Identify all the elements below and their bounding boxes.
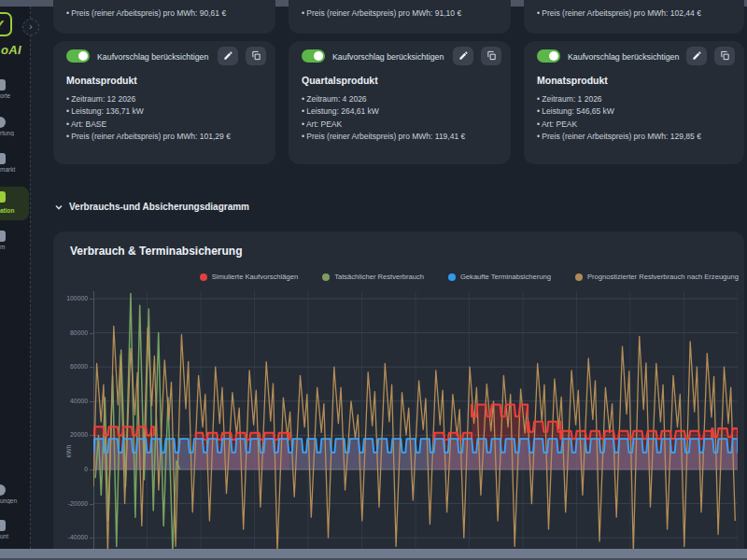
product-card: Kaufvorschlag berücksichtigen Monatsprod… — [524, 41, 744, 164]
brand-text: oAI — [1, 43, 21, 57]
legend-item[interactable]: Simulierte Kaufvorschlägen — [200, 273, 298, 281]
detail-leistung: Leistung: 546,65 kW — [537, 105, 739, 118]
pencil-icon — [458, 50, 469, 61]
price-line: Preis (reiner Arbeitspreis) pro MWh: 102… — [537, 8, 739, 18]
product-title: Monatsprodukt — [66, 75, 137, 86]
sidebar-item-simulation-active[interactable]: ation — [0, 187, 29, 220]
legend-item[interactable]: Gekaufte Terminabsicherung — [448, 273, 551, 281]
product-card-cut: Preis (reiner Arbeitspreis) pro MWh: 102… — [524, 0, 744, 34]
y-axis-tickmark — [90, 367, 93, 368]
copy-icon — [720, 50, 730, 61]
product-details: Zeitraum: 12 2026 Leistung: 136,71 kW Ar… — [66, 93, 270, 144]
y-axis-label: kWh — [65, 438, 72, 466]
user-icon — [0, 520, 6, 531]
document-icon — [0, 231, 6, 242]
detail-art: Art: PEAK — [537, 119, 739, 131]
kaufvorschlag-toggle[interactable] — [537, 49, 560, 63]
y-axis-tick: 80000 — [56, 329, 88, 336]
chart-plot-area — [93, 291, 738, 549]
edit-button[interactable] — [453, 47, 473, 65]
locations-icon — [0, 79, 6, 91]
y-axis-tick: -40000 — [56, 534, 88, 540]
copy-icon — [251, 50, 261, 61]
evaluation-icon — [0, 117, 6, 128]
y-axis-tickmark — [90, 333, 93, 334]
chart-title: Verbrauch & Terminabsicherung — [70, 245, 243, 258]
sidebar-expand-button[interactable]: › — [22, 19, 39, 35]
detail-art: Art: BASE — [66, 119, 270, 131]
detail-preis: Preis (reiner Arbeitspreis) pro MWh: 119… — [302, 131, 505, 143]
toggle-label: Kaufvorschlag berücksichtigen — [332, 52, 444, 62]
copy-button[interactable] — [481, 47, 501, 65]
sidebar: ✓ oAI orte rtung markt ation m ungen un — [0, 7, 31, 549]
chart-legend: Simulierte Kaufvorschlägen Tatsächlicher… — [221, 273, 739, 281]
copy-icon — [486, 50, 497, 61]
price-line: Preis (reiner Arbeitspreis) pro MWh: 91,… — [302, 8, 505, 18]
app-window: ✓ oAI orte rtung markt ation m ungen un — [0, 0, 747, 560]
toggle-knob — [549, 51, 558, 61]
toggle-label: Kaufvorschlag berücksichtigen — [568, 52, 679, 62]
detail-leistung: Leistung: 264,61 kW — [302, 105, 505, 118]
kaufvorschlag-toggle[interactable] — [302, 49, 325, 63]
price-line: Preis (reiner Arbeitspreis) pro MWh: 90,… — [66, 8, 270, 18]
toggle-knob — [314, 51, 323, 61]
y-axis-tickmark — [90, 299, 93, 300]
toggle-knob — [78, 51, 88, 61]
y-axis-tick: 60000 — [56, 363, 88, 370]
horizontal-scrollbar[interactable] — [0, 549, 747, 560]
detail-leistung: Leistung: 136,71 kW — [66, 105, 270, 118]
y-axis-tickmark — [90, 504, 93, 505]
legend-label: Prognostizierter Restverbrauch nach Erze… — [587, 273, 739, 281]
legend-dot-tan — [575, 273, 583, 281]
copy-button[interactable] — [246, 47, 266, 65]
section-title: Verbrauchs-und Absicherungsdiagramm — [69, 202, 249, 212]
product-card: Kaufvorschlag berücksichtigen Monatsprod… — [53, 41, 275, 164]
pencil-icon — [223, 50, 233, 61]
detail-preis: Preis (reiner Arbeitspreis) pro MWh: 101… — [66, 131, 270, 143]
y-axis-tick: -20000 — [56, 500, 88, 507]
legend-dot-green — [322, 273, 330, 281]
product-card-cut: Preis (reiner Arbeitspreis) pro MWh: 91,… — [289, 0, 511, 34]
y-axis-tick: 0 — [56, 466, 88, 472]
detail-zeitraum: Zeitraum: 1 2026 — [537, 93, 739, 105]
simulation-icon — [0, 191, 6, 203]
brand-logo-icon: ✓ — [0, 12, 12, 36]
toggle-label: Kaufvorschlag berücksichtigen — [97, 52, 208, 62]
product-card: Kaufvorschlag berücksichtigen Quartalspr… — [289, 41, 511, 164]
legend-dot-blue — [448, 273, 456, 281]
y-axis-tickmark — [90, 469, 93, 470]
detail-zeitraum: Zeitraum: 4 2026 — [302, 93, 505, 105]
y-axis-tick: 100000 — [56, 295, 88, 301]
detail-preis: Preis (reiner Arbeitspreis) pro MWh: 129… — [537, 131, 739, 143]
product-card-cut: Preis (reiner Arbeitspreis) pro MWh: 90,… — [53, 0, 275, 34]
copy-button[interactable] — [714, 47, 735, 65]
y-axis-tick: 20000 — [56, 431, 88, 438]
y-axis-tickmark — [90, 435, 93, 436]
kaufvorschlag-toggle[interactable] — [66, 49, 90, 63]
product-details: Zeitraum: 4 2026 Leistung: 264,61 kW Art… — [302, 93, 505, 144]
legend-label: Simulierte Kaufvorschlägen — [212, 273, 298, 281]
chevron-down-icon — [54, 203, 63, 212]
gear-icon — [0, 484, 6, 496]
y-axis-tickmark — [90, 401, 93, 402]
y-axis-tick: 40000 — [56, 398, 88, 404]
legend-label: Gekaufte Terminabsicherung — [460, 273, 551, 281]
detail-zeitraum: Zeitraum: 12 2026 — [66, 93, 270, 105]
product-title: Quartalsprodukt — [302, 75, 378, 86]
legend-label: Tatsächlicher Restverbrauch — [334, 273, 424, 281]
product-details: Zeitraum: 1 2026 Leistung: 546,65 kW Art… — [537, 93, 739, 144]
legend-item[interactable]: Tatsächlicher Restverbrauch — [322, 273, 424, 281]
market-icon — [0, 153, 6, 164]
pencil-icon — [692, 50, 702, 61]
edit-button[interactable] — [218, 47, 238, 65]
legend-item[interactable]: Prognostizierter Restverbrauch nach Erze… — [575, 273, 739, 281]
y-axis-tickmark — [90, 538, 93, 539]
legend-dot-red — [200, 273, 207, 281]
chart-card: Verbrauch & Terminabsicherung Simulierte… — [53, 231, 744, 560]
edit-button[interactable] — [686, 47, 707, 65]
detail-art: Art: PEAK — [302, 119, 505, 131]
product-title: Monatsprodukt — [537, 75, 608, 86]
